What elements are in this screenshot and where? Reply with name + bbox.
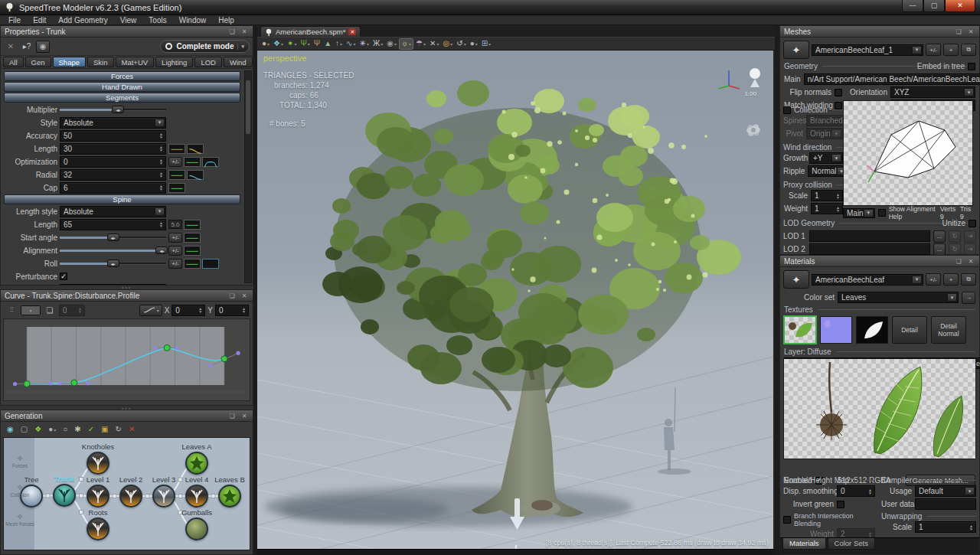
tab-skin[interactable]: Skin	[87, 57, 113, 67]
graph-node-gumballs[interactable]	[185, 517, 208, 540]
curve-thumb-green[interactable]	[168, 170, 185, 180]
slider-roll[interactable]	[60, 258, 166, 269]
window-titlebar[interactable]: SpeedTree Modeler v6.2.3 (Games Edition)…	[0, 0, 980, 15]
curve-thumb-green[interactable]	[184, 246, 201, 256]
sphere-icon[interactable]: ●▾	[469, 38, 479, 50]
mask-icon[interactable]: ◉▾	[385, 38, 398, 50]
branch-icon[interactable]: Ψ	[312, 38, 322, 50]
chevron-down-icon[interactable]	[912, 46, 922, 54]
light-icon[interactable]: ☼▾	[399, 38, 413, 50]
curve-thumb-yellow-fall[interactable]	[187, 144, 204, 154]
section-header-forces[interactable]: Forces	[4, 71, 240, 81]
menu-tools[interactable]: Tools	[143, 16, 172, 24]
checkbox-perturbance[interactable]	[60, 273, 67, 280]
usage-dropdown[interactable]: Default	[915, 485, 976, 497]
close-panel-icon[interactable]: ✕	[240, 28, 249, 35]
mode-dropdown-icon[interactable]: ▾	[237, 44, 244, 50]
undo-icon[interactable]: ↺▾	[455, 38, 467, 50]
delete-icon[interactable]: ✕	[4, 41, 18, 53]
mesh-plusminus-button[interactable]: +/-	[926, 44, 941, 56]
minimize-button[interactable]: —	[902, 0, 923, 12]
lod1-path-field[interactable]	[809, 230, 930, 242]
material-plusminus-button[interactable]: +/-	[926, 273, 941, 286]
materials-titlebar[interactable]: Materials ❏ ✕	[780, 256, 979, 267]
complete-mode-button[interactable]: Complete mode ▾	[160, 40, 250, 53]
menu-view[interactable]: View	[115, 16, 142, 24]
curve-titlebar[interactable]: Curve - Trunk.Spine:Disturbance.Profile …	[1, 290, 253, 302]
maximize-button[interactable]: ▢	[923, 0, 945, 12]
menu-file[interactable]: File	[3, 16, 26, 24]
collection-checkbox[interactable]	[783, 106, 791, 114]
curve-thumb-green[interactable]	[184, 259, 201, 269]
sync-icon[interactable]: ↻	[114, 424, 123, 436]
orientation-dropdown[interactable]: XYZ	[890, 87, 975, 98]
help-pick-icon[interactable]: ▸?	[20, 41, 34, 53]
diffuse-texture-preview[interactable]	[783, 358, 976, 459]
tab-shape[interactable]: Shape	[53, 57, 86, 67]
graph-node-level-1[interactable]	[87, 485, 109, 508]
hand-icon[interactable]: ✦	[783, 270, 809, 289]
slider-handle[interactable]	[107, 260, 119, 267]
plusminus-button[interactable]: +/-	[168, 259, 182, 269]
graph-node-level-4[interactable]	[185, 485, 208, 508]
embed-in-tree-checkbox[interactable]	[968, 63, 975, 70]
spinner-disturbance[interactable]: -0.46	[60, 284, 166, 286]
spinner-length[interactable]: 30	[60, 143, 166, 155]
user-data-field[interactable]	[915, 498, 976, 510]
proxy-weight-spinner[interactable]: 1	[811, 203, 843, 214]
alpha-texture-thumb[interactable]	[856, 316, 888, 344]
curve-thumb-blue-rise[interactable]	[202, 285, 219, 286]
frond-icon[interactable]: Ψ▾	[299, 38, 311, 50]
detail-texture-button[interactable]: Detail	[892, 316, 927, 344]
curve-thumb-green[interactable]	[184, 285, 201, 286]
layout-icon[interactable]: ⊞▾	[480, 38, 492, 50]
menu-add-geometry[interactable]: Add Geometry	[53, 16, 113, 24]
curve-thumb-green[interactable]	[184, 233, 201, 243]
color-set-dropdown[interactable]: Leaves	[838, 292, 959, 303]
spinner-radial[interactable]: 32	[60, 169, 166, 181]
leaf-icon[interactable]: ✶▾	[286, 38, 298, 50]
slider-start-angle[interactable]	[60, 232, 166, 243]
show-alignment-help-checkbox[interactable]	[878, 209, 886, 217]
curve-hierarchy-icon[interactable]: ⫶⫶	[5, 304, 18, 316]
node-graph[interactable]: TreeTrunkKnotholesLevel 1RootsLevel 2Lev…	[3, 437, 250, 550]
slider-handle[interactable]	[107, 233, 119, 241]
tab-matuv[interactable]: Mat+UV	[116, 57, 155, 67]
apply-color-set-icon[interactable]: →	[962, 292, 975, 304]
plusminus-button[interactable]: +/-	[168, 233, 182, 243]
diffuse-texture-thumb[interactable]	[784, 316, 816, 344]
graph-node-level-3[interactable]	[152, 485, 175, 508]
properties-scrollbar[interactable]	[244, 70, 252, 283]
check-icon[interactable]: ✓	[87, 424, 96, 436]
mesh-preview[interactable]	[843, 100, 973, 206]
material-icon[interactable]: ●▾	[260, 38, 271, 50]
eye-icon[interactable]: ◉	[36, 41, 50, 53]
invert-green-checkbox[interactable]	[837, 501, 844, 508]
close-panel-icon[interactable]: ✕	[966, 28, 975, 35]
material-selector-dropdown[interactable]: AmericanBeechLeaf	[812, 274, 923, 286]
spine-icon[interactable]: ∿▾	[345, 38, 357, 50]
disp-smoothing-spinner[interactable]: 0	[837, 485, 875, 497]
spinner-accuracy[interactable]: 50	[60, 130, 166, 142]
fungus-icon[interactable]: ☂▾	[414, 38, 427, 50]
float-panel-icon[interactable]: ❏	[954, 28, 963, 35]
curve-thumb-green[interactable]	[184, 157, 201, 167]
graph-node-roots[interactable]	[87, 517, 109, 540]
material-copy-button[interactable]: ⧉	[961, 273, 976, 286]
tree-icon[interactable]: ▲	[322, 38, 333, 50]
float-panel-icon[interactable]: ❏	[954, 258, 963, 265]
close-button[interactable]: ✕	[945, 0, 975, 12]
graph-node-leaves-b[interactable]	[218, 485, 241, 508]
menu-edit[interactable]: Edit	[28, 16, 51, 24]
graph-node-leaves-a[interactable]	[185, 452, 208, 475]
curve-thumb-green[interactable]	[168, 144, 185, 154]
curve-thumb-green[interactable]	[184, 220, 201, 230]
slider-handle[interactable]	[112, 106, 124, 113]
unwrap-scale-spinner[interactable]: 1	[915, 521, 976, 533]
x-spinner[interactable]: 0	[172, 305, 205, 316]
tab-all[interactable]: All	[3, 57, 24, 67]
graph-node-trunk[interactable]	[53, 484, 76, 507]
curve-thumb-empty[interactable]	[202, 259, 219, 269]
section-header-segments[interactable]: Segments	[4, 93, 240, 103]
close-tab-icon[interactable]: ✕	[348, 28, 356, 35]
